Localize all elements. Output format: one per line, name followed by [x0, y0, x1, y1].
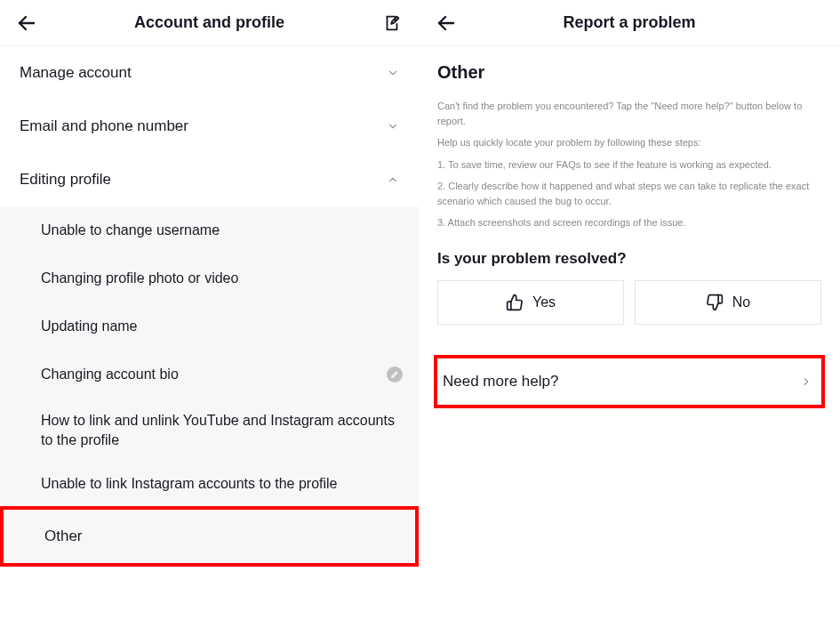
need-more-help-button[interactable]: Need more help? [437, 358, 821, 405]
no-button[interactable]: No [635, 280, 821, 325]
subitem-link-unlink-youtube-instagram[interactable]: How to link and unlink YouTube and Insta… [0, 399, 419, 462]
section-email-phone[interactable]: Email and phone number [0, 100, 419, 153]
page-title: Report a problem [459, 13, 800, 32]
step-1: 1. To save time, review our FAQs to see … [437, 157, 821, 173]
need-more-help-highlight: Need more help? [434, 355, 825, 408]
subitem-label: Changing account bio [41, 366, 179, 382]
thumbs-down-icon [706, 294, 724, 311]
arrow-left-icon [436, 12, 457, 34]
subitem-label: How to link and unlink YouTube and Insta… [41, 413, 395, 447]
intro-text: Can't find the problem you encountered? … [437, 99, 821, 128]
account-profile-panel: Account and profile Manage account Email… [0, 0, 420, 628]
subitem-label: Unable to link Instagram accounts to the… [41, 476, 338, 491]
chevron-down-icon [387, 120, 399, 133]
subitem-other[interactable]: Other [0, 506, 419, 567]
back-button[interactable] [14, 11, 39, 36]
report-problem-panel: Report a problem Other Can't find the pr… [420, 0, 839, 628]
subitem-changing-bio[interactable]: Changing account bio [0, 350, 419, 399]
report-heading: Other [437, 62, 821, 83]
steps-intro: Help us quickly locate your problem by f… [437, 135, 821, 150]
subitem-unable-change-username[interactable]: Unable to change username [0, 206, 419, 254]
yes-label: Yes [532, 294, 556, 310]
back-button[interactable] [434, 11, 459, 36]
edit-badge [387, 366, 403, 382]
edit-note-button[interactable] [380, 11, 404, 36]
section-label: Manage account [20, 64, 132, 82]
editing-profile-subitems: Unable to change username Changing profi… [0, 206, 419, 567]
section-label: Email and phone number [20, 117, 188, 135]
right-header: Report a problem [420, 0, 839, 46]
report-instructions: Can't find the problem you encountered? … [437, 99, 821, 230]
page-title: Account and profile [39, 13, 380, 32]
subitem-changing-photo-video[interactable]: Changing profile photo or video [0, 254, 419, 302]
no-label: No [732, 294, 750, 310]
chevron-right-icon [800, 375, 812, 388]
subitem-label: Other [44, 527, 83, 544]
left-header: Account and profile [0, 0, 419, 46]
subitem-label: Unable to change username [41, 222, 220, 238]
subitem-unable-link-instagram[interactable]: Unable to link Instagram accounts to the… [0, 462, 419, 506]
yes-button[interactable]: Yes [437, 280, 624, 325]
chevron-down-icon [387, 67, 399, 79]
subitem-label: Updating name [41, 318, 138, 334]
resolved-buttons: Yes No [437, 280, 821, 325]
subitem-label: Changing profile photo or video [41, 270, 238, 286]
thumbs-up-icon [506, 294, 524, 311]
edit-note-icon [382, 13, 402, 33]
arrow-left-icon [16, 12, 37, 34]
step-2: 2. Clearly describe how it happened and … [437, 179, 821, 208]
report-content: Other Can't find the problem you encount… [420, 46, 839, 325]
subitem-updating-name[interactable]: Updating name [0, 302, 419, 350]
section-editing-profile[interactable]: Editing profile [0, 153, 419, 206]
resolved-question: Is your problem resolved? [437, 250, 821, 268]
step-3: 3. Attach screenshots and screen recordi… [437, 215, 821, 230]
section-manage-account[interactable]: Manage account [0, 46, 419, 100]
pencil-icon [390, 370, 399, 379]
chevron-up-icon [387, 173, 399, 186]
section-label: Editing profile [20, 171, 111, 189]
need-more-help-label: Need more help? [443, 373, 558, 390]
